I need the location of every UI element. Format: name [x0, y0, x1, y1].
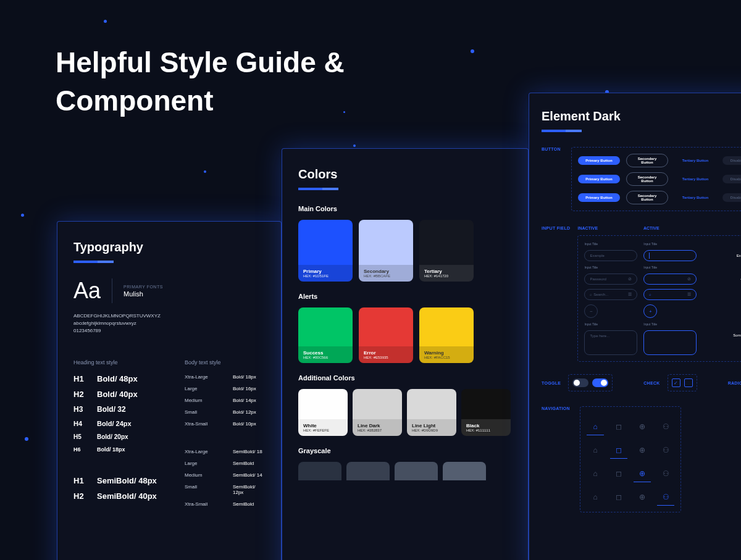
- page-title: Helpful Style Guide & Component: [56, 43, 345, 120]
- secondary-button[interactable]: Secondary Button: [626, 172, 668, 186]
- heading-row: H1SemiBold/ 48px: [73, 476, 166, 485]
- toggle-label: TOGGLE: [542, 381, 561, 385]
- swatch-primary: PrimaryHEX: #1D51FE: [298, 220, 353, 282]
- body-row: Xtra-LargeBold/ 18px: [185, 374, 265, 380]
- element-dark-panel: Element Dark BUTTON Primary Button Secon…: [529, 93, 741, 560]
- eye-off-icon[interactable]: ⊘: [687, 277, 691, 282]
- swatch-warning: WarningHEX: #FACC15: [419, 307, 474, 363]
- body-row: LargeSemiBold: [185, 461, 265, 466]
- body-row: Xtra-LargeSemiBold/ 18: [185, 449, 265, 454]
- swatch-secondary: SecondaryHEX: #BBCAFE: [359, 220, 413, 282]
- title-underline: [298, 188, 338, 190]
- text-input-filled[interactable]: Example: [703, 250, 741, 261]
- secondary-button[interactable]: Secondary Button: [626, 191, 668, 204]
- heading-row: H1Bold/ 48px: [73, 374, 166, 383]
- chat-icon[interactable]: ◻: [610, 465, 627, 482]
- toggle-on[interactable]: [592, 378, 608, 387]
- swatch-success: SuccessHEX: #00C566: [298, 307, 353, 363]
- tertiary-button[interactable]: Tertiary Button: [674, 156, 716, 165]
- secondary-button[interactable]: Secondary Button: [626, 154, 668, 167]
- filter-icon[interactable]: ☰: [687, 292, 691, 297]
- toggle-off[interactable]: [572, 378, 588, 387]
- title-underline: [542, 130, 582, 132]
- password-input[interactable]: Password⊘: [584, 274, 637, 285]
- divider: [112, 278, 112, 303]
- map-icon[interactable]: ⊕: [634, 488, 651, 506]
- user-icon[interactable]: ⚇: [657, 465, 674, 482]
- body-row: SmallSemiBold/ 12px: [185, 484, 265, 495]
- home-icon[interactable]: ⌂: [587, 488, 604, 506]
- checkbox-checked[interactable]: ✓: [672, 378, 680, 387]
- radio-label: RADIO: [728, 381, 741, 385]
- primary-button[interactable]: Primary Button: [578, 193, 620, 202]
- button-section-label: BUTTON: [542, 147, 564, 211]
- swatch-line-dark: Line DarkHEX: #282837: [353, 389, 402, 436]
- swatch-white: WhiteHEX: #FEFEFE: [298, 389, 348, 436]
- font-name: Mulish: [124, 290, 163, 298]
- grayscale-label: Grayscale: [298, 447, 512, 454]
- user-icon[interactable]: ⚇: [657, 441, 674, 459]
- main-colors-label: Main Colors: [298, 205, 512, 212]
- primary-fonts-label: PRIMARY FONTS: [124, 285, 163, 289]
- textarea-filled[interactable]: Something: [703, 330, 741, 355]
- user-icon[interactable]: ⚇: [657, 418, 674, 435]
- search-input[interactable]: ⌕ Search...☰: [584, 289, 637, 300]
- heading-row: H3Bold/ 32: [73, 405, 166, 414]
- heading-row: H2SemiBold/ 40px: [73, 491, 166, 501]
- text-input[interactable]: Example: [584, 250, 637, 261]
- swatch-black: BlackHEX: #111111: [461, 389, 511, 436]
- input-title-label: Input Title: [703, 242, 741, 246]
- search-input[interactable]: ⌕☰: [643, 289, 697, 300]
- check-label: CHECK: [643, 381, 659, 385]
- input-showcase: Input Title Example Input Title Password…: [577, 235, 741, 362]
- swatch-line-light: Line LightHEX: #D9D9D9: [407, 389, 456, 436]
- password-input-filled[interactable]: ••••••••: [703, 274, 741, 285]
- typography-panel: Typography Aa PRIMARY FONTS Mulish ABCDE…: [57, 221, 282, 560]
- primary-button[interactable]: Primary Button: [578, 175, 620, 183]
- home-icon[interactable]: ⌂: [587, 465, 604, 482]
- body-row: MediumSemiBold/ 14: [185, 472, 265, 478]
- map-icon[interactable]: ⊕: [634, 418, 651, 435]
- chat-icon[interactable]: ◻: [610, 488, 627, 506]
- home-icon[interactable]: ⌂: [587, 418, 604, 435]
- swatch-gray: [346, 462, 390, 480]
- input-title-label: Input Title: [643, 242, 697, 246]
- textarea-input[interactable]: [643, 330, 697, 355]
- checkbox-unchecked[interactable]: [684, 378, 693, 387]
- stepper-decrement[interactable]: −: [584, 304, 598, 318]
- title-underline: [73, 261, 114, 263]
- chat-icon[interactable]: ◻: [610, 441, 627, 459]
- user-icon[interactable]: ⚇: [657, 488, 674, 506]
- colors-title: Colors: [298, 167, 512, 182]
- input-title-label: Input Title: [703, 265, 741, 269]
- map-icon[interactable]: ⊕: [634, 465, 651, 482]
- textarea-input[interactable]: Type here...: [584, 330, 637, 355]
- stepper-increment[interactable]: +: [643, 304, 657, 318]
- tertiary-button[interactable]: Tertiary Button: [674, 175, 716, 183]
- alphabet-sample: ABCDEFGHIJKLMNOPQRSTUVWXYZ abcdefghijklm…: [73, 312, 265, 335]
- colors-panel: Colors Main Colors PrimaryHEX: #1D51FE S…: [282, 148, 529, 560]
- heading-row: H2Bold/ 40px: [73, 390, 166, 399]
- input-title-label: Input Title: [643, 265, 697, 269]
- map-icon[interactable]: ⊕: [634, 441, 651, 459]
- body-row: MediumBold/ 14px: [185, 398, 265, 403]
- chat-icon[interactable]: ◻: [610, 418, 627, 435]
- body-row: Xtra-SmallSemiBold: [185, 501, 265, 507]
- search-input-filled[interactable]: ☰: [703, 289, 741, 300]
- element-dark-title: Element Dark: [542, 109, 741, 123]
- body-row: SmallBold/ 12px: [185, 409, 265, 415]
- text-input[interactable]: [643, 250, 697, 261]
- active-label: ACTIVE: [643, 226, 697, 230]
- button-showcase: Primary Button Secondary Button Tertiary…: [571, 147, 741, 211]
- input-title-label: Input Title: [584, 265, 637, 269]
- home-icon[interactable]: ⌂: [587, 441, 604, 459]
- eye-off-icon[interactable]: ⊘: [628, 277, 632, 282]
- primary-button[interactable]: Primary Button: [578, 156, 620, 165]
- password-input[interactable]: ⊘: [643, 274, 697, 285]
- heading-row: H4Bold/ 24px: [73, 420, 166, 427]
- aa-sample: Aa: [73, 278, 101, 304]
- disabled-button: Disable Button: [722, 175, 741, 183]
- input-field-section-label: INPUT FIELD: [542, 226, 570, 362]
- filter-icon[interactable]: ☰: [628, 292, 632, 297]
- tertiary-button[interactable]: Tertiary Button: [674, 193, 716, 202]
